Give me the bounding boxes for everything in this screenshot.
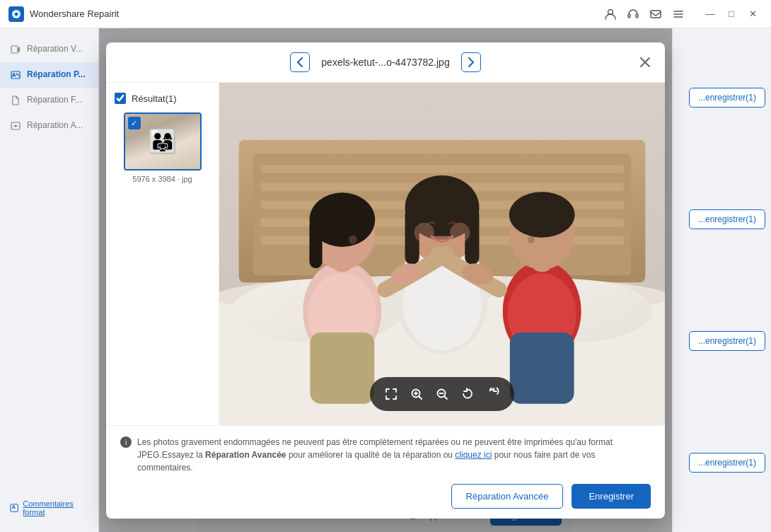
audio-icon bbox=[10, 120, 21, 132]
svg-rect-38 bbox=[309, 219, 322, 269]
enregistrer-btn-2[interactable]: ...enregistrer(1) bbox=[689, 209, 765, 229]
thumbnail-checkbox: ✓ bbox=[128, 117, 141, 129]
sidebar-item-reparation-v[interactable]: Réparation V... bbox=[0, 37, 98, 62]
svg-rect-5 bbox=[11, 46, 18, 53]
svg-point-45 bbox=[509, 192, 575, 238]
sidebar-item-v-label: Réparation V... bbox=[27, 44, 83, 55]
modal-filename: pexels-ketut-...o-4473782.jpg bbox=[321, 57, 449, 68]
maximize-button[interactable]: □ bbox=[721, 4, 741, 24]
video-icon bbox=[10, 44, 21, 55]
sidebar: Réparation V... Réparation P... Réparati… bbox=[0, 28, 99, 532]
modal-info-text: Les photos gravement endommagées ne peuv… bbox=[137, 436, 651, 474]
close-button[interactable]: ✕ bbox=[743, 4, 763, 24]
modal-footer: i Les photos gravement endommagées ne pe… bbox=[106, 425, 665, 519]
fullscreen-button[interactable] bbox=[380, 383, 402, 405]
svg-rect-34 bbox=[310, 332, 374, 404]
right-section-2: ...enregistrer(1) bbox=[678, 158, 765, 280]
sidebar-item-f-label: Réparation F... bbox=[27, 95, 82, 106]
sidebar-item-p-label: Réparation P... bbox=[27, 69, 85, 81]
modal-header: pexels-ketut-...o-4473782.jpg bbox=[106, 42, 665, 83]
sidebar-item-reparation-f[interactable]: Réparation F... bbox=[0, 88, 98, 113]
sidebar-item-reparation-p[interactable]: Réparation P... bbox=[0, 62, 98, 88]
modal-info: i Les photos gravement endommagées ne pe… bbox=[120, 436, 651, 474]
svg-rect-2 bbox=[628, 14, 630, 18]
svg-rect-14 bbox=[260, 165, 624, 173]
rotate-left-button[interactable] bbox=[456, 383, 479, 405]
enregistrer-btn-3[interactable]: ...enregistrer(1) bbox=[689, 331, 765, 351]
headset-icon[interactable] bbox=[627, 8, 639, 21]
modal-body: Résultat(1) ✓ 5976 x 3984 · jpg bbox=[106, 83, 665, 425]
prev-button[interactable] bbox=[290, 52, 310, 72]
result-header: Résultat(1) bbox=[115, 93, 210, 104]
zoom-in-button[interactable] bbox=[405, 383, 428, 405]
preview-image-svg bbox=[219, 83, 665, 425]
app-logo bbox=[8, 6, 24, 22]
main-content: pexels-ketut-...o-4473782.jpg bbox=[99, 28, 672, 532]
enregistrer-btn-1[interactable]: ...enregistrer(1) bbox=[689, 88, 765, 108]
modal-overlay[interactable]: pexels-ketut-...o-4473782.jpg bbox=[99, 28, 672, 532]
modal-preview bbox=[219, 83, 665, 425]
thumbnail: ✓ bbox=[124, 112, 202, 170]
svg-point-31 bbox=[450, 223, 470, 243]
menu-icon[interactable] bbox=[672, 8, 685, 21]
thumbnail-container[interactable]: ✓ 5976 x 3984 · jpg bbox=[124, 112, 202, 183]
photo-icon bbox=[10, 69, 21, 81]
svg-rect-42 bbox=[510, 332, 574, 404]
svg-point-46 bbox=[528, 236, 535, 243]
title-bar: Wondershare Repairit bbox=[0, 0, 771, 28]
svg-point-39 bbox=[349, 236, 357, 244]
title-bar-actions: — □ ✕ bbox=[604, 4, 763, 24]
right-section-1: ...enregistrer(1) bbox=[678, 37, 765, 158]
next-button[interactable] bbox=[461, 52, 481, 72]
preview-toolbar bbox=[370, 377, 514, 411]
svg-point-7 bbox=[13, 73, 15, 75]
file-icon bbox=[10, 95, 21, 106]
preview-modal: pexels-ketut-...o-4473782.jpg bbox=[106, 42, 665, 519]
info-icon: i bbox=[120, 436, 132, 448]
right-section-4: ...enregistrer(1) bbox=[678, 402, 765, 524]
sidebar-item-a-label: Réparation A... bbox=[27, 120, 83, 132]
svg-point-9 bbox=[15, 125, 17, 127]
cliquez-ici-link[interactable]: cliquez ici bbox=[455, 450, 492, 460]
app-title: Wondershare Repairit bbox=[30, 8, 604, 19]
thumbnail-dimensions: 5976 x 3984 · jpg bbox=[124, 175, 202, 183]
sidebar-item-reparation-a[interactable]: Réparation A... bbox=[0, 113, 98, 139]
save-button[interactable]: Enregistrer bbox=[572, 484, 651, 509]
sidebar-bottom-link[interactable]: Commentaires format bbox=[0, 492, 98, 524]
svg-rect-3 bbox=[636, 14, 638, 18]
enregistrer-btn-4[interactable]: ...enregistrer(1) bbox=[689, 453, 765, 473]
zoom-out-button[interactable] bbox=[431, 383, 453, 405]
svg-rect-4 bbox=[651, 11, 661, 18]
sidebar-bottom-label: Commentaires format bbox=[23, 499, 88, 516]
result-label: Résultat(1) bbox=[132, 93, 177, 104]
right-column: ...enregistrer(1) ...enregistrer(1) ...e… bbox=[672, 28, 771, 532]
window-controls: — □ ✕ bbox=[700, 4, 763, 24]
right-section-3: ...enregistrer(1) bbox=[678, 280, 765, 402]
app-body: Réparation V... Réparation P... Réparati… bbox=[0, 28, 771, 532]
modal-close-button[interactable] bbox=[637, 54, 654, 71]
minimize-button[interactable]: — bbox=[700, 4, 720, 24]
mail-icon[interactable] bbox=[649, 8, 662, 21]
modal-results-sidebar: Résultat(1) ✓ 5976 x 3984 · jpg bbox=[106, 83, 219, 425]
rotate-right-button[interactable] bbox=[482, 383, 504, 405]
profile-icon[interactable] bbox=[604, 8, 617, 21]
advanced-repair-button[interactable]: Réparation Avancée bbox=[451, 484, 564, 509]
modal-actions: Réparation Avancée Enregistrer bbox=[120, 484, 651, 509]
result-checkbox[interactable] bbox=[115, 93, 126, 104]
svg-point-30 bbox=[415, 223, 434, 243]
